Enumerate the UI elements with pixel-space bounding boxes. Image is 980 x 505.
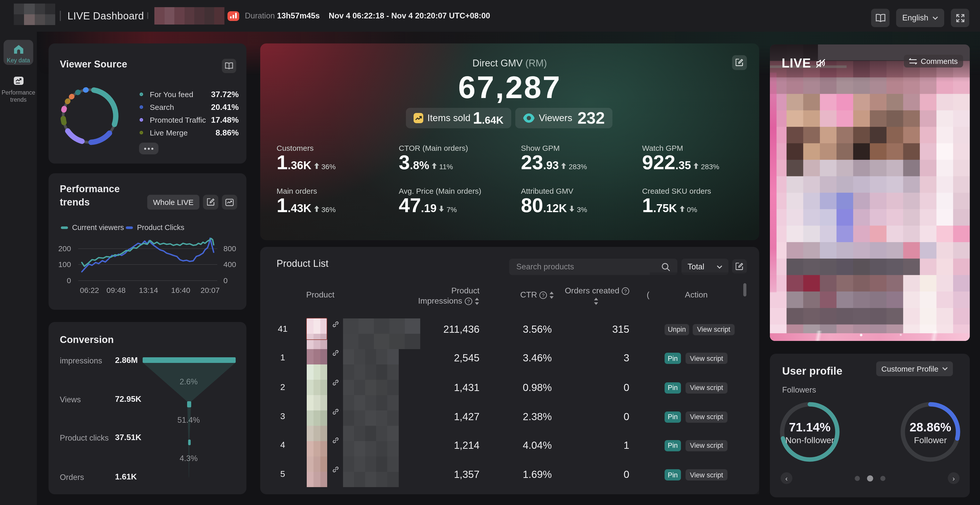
svg-text:100: 100: [58, 260, 71, 268]
svg-text:16:40: 16:40: [171, 286, 190, 294]
svg-text:800: 800: [223, 244, 236, 253]
svg-text:?: ?: [542, 293, 545, 298]
svg-text:400: 400: [223, 260, 236, 268]
svg-text:20:07: 20:07: [200, 286, 220, 294]
svg-text:0: 0: [223, 276, 228, 285]
svg-text:200: 200: [58, 244, 71, 253]
svg-text:13:14: 13:14: [139, 286, 158, 294]
svg-text:?: ?: [624, 289, 627, 294]
svg-text:09:48: 09:48: [107, 286, 126, 294]
svg-text:?: ?: [467, 299, 470, 304]
svg-text:0: 0: [67, 276, 71, 285]
svg-text:06:22: 06:22: [80, 286, 99, 294]
